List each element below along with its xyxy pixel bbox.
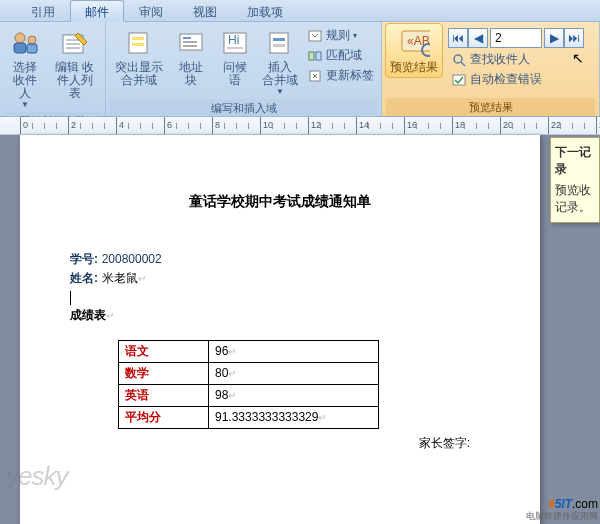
site-logo: 45IT.com 电脑软硬件应用网	[526, 497, 598, 522]
score-cell: 91.3333333333329↵	[209, 406, 379, 428]
edit-recipients-button[interactable]: 编辑 收件人列表	[48, 24, 101, 103]
svg-rect-3	[27, 44, 37, 53]
chevron-down-icon: ▼	[21, 100, 29, 109]
svg-rect-17	[227, 47, 243, 49]
insert-field-icon	[264, 27, 296, 59]
grade-table: 语文96↵数学80↵英语98↵平均分91.3333333333329↵	[118, 340, 379, 429]
svg-rect-23	[316, 52, 321, 60]
greeting-line-button[interactable]: Hi 问候语	[214, 24, 256, 90]
table-row: 数学80↵	[119, 362, 379, 384]
svg-rect-21	[309, 31, 321, 41]
edit-list-icon	[59, 27, 91, 59]
first-record-button[interactable]: ⏮	[448, 28, 468, 48]
last-record-button[interactable]: ⏭	[564, 28, 584, 48]
table-row: 语文96↵	[119, 340, 379, 362]
group-label-preview: 预览结果	[386, 98, 595, 116]
tab-view[interactable]: 视图	[178, 0, 232, 22]
watermark: yesky	[6, 461, 67, 492]
subject-cell: 平均分	[119, 406, 209, 428]
svg-rect-1	[14, 43, 26, 53]
tab-review[interactable]: 审阅	[124, 0, 178, 22]
address-icon	[175, 27, 207, 59]
record-navigator: ⏮ ◀ ▶ ⏭	[444, 24, 588, 48]
group-label-write-insert: 编写和插入域	[110, 99, 377, 117]
ribbon-tabs: 引用 邮件 审阅 视图 加载项	[0, 0, 600, 22]
preview-results-button[interactable]: «ABC» 预览结果	[386, 24, 442, 77]
highlight-icon	[123, 27, 155, 59]
text-cursor	[70, 291, 71, 305]
subject-cell: 数学	[119, 362, 209, 384]
prev-record-button[interactable]: ◀	[468, 28, 488, 48]
find-recipient-button[interactable]: 查找收件人	[448, 50, 588, 69]
svg-rect-22	[309, 52, 314, 60]
greeting-icon: Hi	[219, 27, 251, 59]
update-icon	[307, 68, 323, 84]
table-row: 英语98↵	[119, 384, 379, 406]
record-number-input[interactable]	[490, 28, 542, 48]
preview-icon: «ABC»	[398, 27, 430, 59]
horizontal-ruler[interactable]: 024681012141618202224	[0, 117, 600, 135]
svg-point-29	[454, 55, 462, 63]
match-icon	[307, 48, 323, 64]
highlight-merge-button[interactable]: 突出显示 合并域	[110, 24, 168, 90]
svg-rect-9	[132, 37, 144, 40]
address-block-button[interactable]: 地址块	[170, 24, 212, 90]
rules-icon	[307, 28, 323, 44]
search-icon	[451, 52, 467, 68]
chevron-down-icon: ▾	[353, 31, 357, 40]
auto-check-errors-button[interactable]: 自动检查错误	[448, 70, 588, 89]
tab-mailings[interactable]: 邮件	[70, 0, 124, 22]
score-cell: 80↵	[209, 362, 379, 384]
tab-references[interactable]: 引用	[16, 0, 70, 22]
grade-table-label: 成绩表↵	[70, 307, 490, 324]
svg-rect-18	[270, 33, 288, 53]
score-cell: 98↵	[209, 384, 379, 406]
svg-rect-14	[183, 45, 197, 47]
next-record-button[interactable]: ▶	[544, 28, 564, 48]
parent-sign-line: 家长签字:	[70, 435, 470, 452]
student-name-line: 姓名: 米老鼠↵	[70, 270, 490, 287]
svg-rect-13	[183, 41, 197, 43]
svg-point-0	[15, 33, 25, 43]
student-number-line: 学号: 200800002	[70, 251, 490, 268]
svg-rect-10	[132, 43, 144, 46]
select-recipients-button[interactable]: 选择 收件人 ▼	[4, 24, 46, 112]
svg-line-30	[461, 62, 465, 66]
subject-cell: 语文	[119, 340, 209, 362]
update-labels-button[interactable]: 更新标签	[304, 66, 377, 85]
match-fields-button[interactable]: 匹配域	[304, 46, 377, 65]
chevron-down-icon: ▼	[276, 87, 284, 96]
check-icon	[451, 72, 467, 88]
score-cell: 96↵	[209, 340, 379, 362]
insert-merge-field-button[interactable]: 插入 合并域 ▼	[258, 24, 302, 99]
svg-text:«ABC»: «ABC»	[407, 34, 430, 48]
svg-rect-20	[273, 44, 285, 47]
ribbon: 选择 收件人 ▼ 编辑 收件人列表 开始邮件合并 突出显示 合并域 地址块 Hi…	[0, 22, 600, 117]
people-icon	[9, 27, 41, 59]
document-page[interactable]: 童话学校期中考试成绩通知单 学号: 200800002 姓名: 米老鼠↵ 成绩表…	[20, 135, 540, 524]
svg-rect-12	[183, 37, 191, 39]
svg-rect-19	[273, 38, 285, 41]
subject-cell: 英语	[119, 384, 209, 406]
rules-button[interactable]: 规则 ▾	[304, 26, 377, 45]
table-row: 平均分91.3333333333329↵	[119, 406, 379, 428]
svg-point-2	[28, 36, 36, 44]
next-record-tooltip: 下一记录 预览收 记录。	[550, 137, 600, 223]
document-area: 童话学校期中考试成绩通知单 学号: 200800002 姓名: 米老鼠↵ 成绩表…	[0, 135, 600, 524]
doc-title: 童话学校期中考试成绩通知单	[70, 193, 490, 211]
tab-addins[interactable]: 加载项	[232, 0, 298, 22]
svg-rect-31	[453, 75, 465, 85]
svg-text:Hi: Hi	[228, 33, 239, 47]
